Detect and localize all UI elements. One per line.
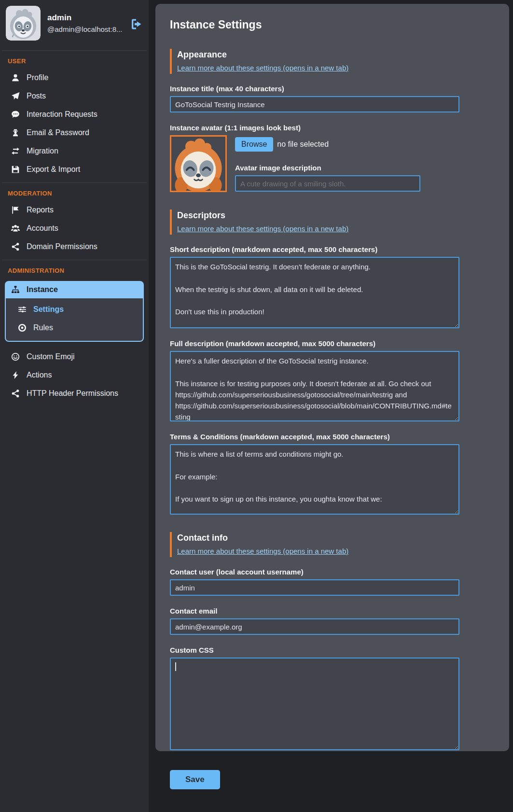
sidebar-item-reports[interactable]: Reports [0, 201, 149, 219]
user-avatar [6, 6, 41, 41]
comment-dots-icon [11, 110, 20, 119]
terms-field: Terms & Conditions (markdown accepted, m… [170, 433, 459, 515]
instance-title-label: Instance title (max 40 characters) [170, 84, 459, 93]
section-title: Contact info [177, 533, 495, 543]
sidebar-item-label: HTTP Header Permissions [27, 389, 118, 398]
sidebar-item-label: Domain Permissions [27, 242, 97, 251]
user-icon [11, 73, 20, 82]
section-title: Appearance [177, 50, 495, 60]
sidebar-item-label: Email & Password [27, 128, 89, 137]
smile-icon [11, 352, 20, 361]
sidebar-item-label: Rules [33, 323, 53, 332]
exchange-icon [11, 147, 20, 155]
circle-dot-icon [17, 323, 27, 332]
sidebar-item-settings[interactable]: Settings [6, 300, 143, 319]
short-description-label: Short description (markdown accepted, ma… [170, 245, 459, 253]
sidebar-item-label: Reports [27, 206, 54, 214]
full-description-field: Full description (markdown accepted, max… [170, 339, 459, 421]
sidebar-item-custom-emoji[interactable]: Custom Emoji [0, 348, 149, 366]
section-title: Descriptors [177, 210, 495, 221]
sidebar-item-label: Migration [27, 147, 58, 155]
full-description-textarea[interactable]: Here's a fuller description of the GoToS… [170, 351, 459, 421]
sidebar-item-label: Custom Emoji [27, 352, 75, 361]
sidebar-item-label: Instance [27, 285, 58, 294]
short-description-field: Short description (markdown accepted, ma… [170, 245, 459, 328]
sidebar-item-label: Accounts [27, 224, 58, 233]
section-label-moderation: MODERATION [0, 183, 149, 201]
sidebar-item-export-import[interactable]: Export & Import [0, 160, 149, 179]
sidebar-item-domain-permissions[interactable]: Domain Permissions [0, 238, 149, 256]
user-handle: @admin@localhost:8... [47, 24, 123, 35]
sidebar-item-profile[interactable]: Profile [0, 69, 149, 87]
learn-more-link[interactable]: Learn more about these settings (opens i… [177, 64, 348, 72]
floppy-disk-icon [11, 165, 20, 174]
sidebar: admin @admin@localhost:8... USER Profile… [0, 0, 149, 812]
browse-button[interactable]: Browse [235, 137, 273, 152]
instance-avatar-image [170, 135, 227, 192]
save-button[interactable]: Save [170, 770, 220, 789]
sliders-icon [17, 305, 27, 314]
sidebar-item-migration[interactable]: Migration [0, 142, 149, 160]
section-label-administration: ADMINISTRATION [0, 260, 149, 278]
bolt-icon [11, 371, 20, 379]
terms-label: Terms & Conditions (markdown accepted, m… [170, 433, 459, 441]
sidebar-item-label: Settings [33, 305, 64, 314]
section-appearance: Appearance Learn more about these settin… [170, 49, 495, 74]
instance-title-field: Instance title (max 40 characters) [170, 84, 459, 112]
custom-css-field: Custom CSS [170, 646, 459, 750]
share-nodes-icon [11, 242, 20, 251]
learn-more-link[interactable]: Learn more about these settings (opens i… [177, 547, 348, 555]
contact-user-label: Contact user (local account username) [170, 568, 459, 576]
instance-title-input[interactable] [170, 96, 459, 112]
sitemap-icon [11, 285, 20, 294]
contact-user-field: Contact user (local account username) [170, 568, 459, 596]
users-icon [11, 224, 20, 233]
instance-submenu: Settings Rules [5, 298, 144, 342]
user-name: admin [47, 12, 123, 24]
full-description-label: Full description (markdown accepted, max… [170, 339, 459, 348]
user-card[interactable]: admin @admin@localhost:8... [0, 4, 149, 46]
instance-avatar-field: Instance avatar (1:1 images look best) [170, 124, 459, 192]
user-secret-icon [11, 128, 20, 137]
section-descriptors: Descriptors Learn more about these setti… [170, 210, 495, 235]
contact-email-field: Contact email [170, 607, 459, 635]
contact-user-input[interactable] [170, 579, 459, 596]
sidebar-item-label: Interaction Requests [27, 110, 97, 119]
custom-css-label: Custom CSS [170, 646, 459, 654]
sidebar-item-label: Actions [27, 371, 52, 379]
paper-plane-icon [11, 92, 20, 100]
page-title: Instance Settings [170, 18, 495, 31]
sidebar-item-accounts[interactable]: Accounts [0, 219, 149, 238]
file-status-text: no file selected [277, 140, 329, 149]
sidebar-item-posts[interactable]: Posts [0, 87, 149, 105]
contact-email-input[interactable] [170, 618, 459, 635]
terms-textarea[interactable]: This is where a list of terms and condit… [170, 444, 459, 515]
sidebar-item-email-password[interactable]: Email & Password [0, 124, 149, 142]
short-description-textarea[interactable]: This is the GoToSocial testrig. It doesn… [170, 257, 459, 328]
sidebar-item-http-header-permissions[interactable]: HTTP Header Permissions [0, 384, 149, 403]
avatar-description-label: Avatar image description [235, 164, 420, 172]
instance-nav-group: Instance Settings Rules [5, 281, 144, 342]
flag-icon [11, 206, 20, 214]
contact-email-label: Contact email [170, 607, 459, 615]
learn-more-link[interactable]: Learn more about these settings (opens i… [177, 224, 348, 233]
sidebar-item-interaction-requests[interactable]: Interaction Requests [0, 105, 149, 124]
instance-settings-panel: Instance Settings Appearance Learn more … [155, 4, 509, 751]
sidebar-item-instance[interactable]: Instance [5, 281, 144, 298]
text-caret [175, 662, 176, 671]
sidebar-item-rules[interactable]: Rules [6, 319, 143, 337]
sidebar-item-label: Export & Import [27, 165, 80, 174]
section-label-user: USER [0, 51, 149, 69]
sidebar-item-actions[interactable]: Actions [0, 366, 149, 384]
section-contact-info: Contact info Learn more about these sett… [170, 532, 495, 557]
instance-avatar-label: Instance avatar (1:1 images look best) [170, 124, 459, 132]
custom-css-textarea[interactable] [170, 658, 459, 750]
sidebar-item-label: Posts [27, 92, 46, 100]
avatar-description-input[interactable] [235, 175, 420, 192]
sidebar-item-label: Profile [27, 73, 48, 82]
logout-icon[interactable] [130, 16, 142, 30]
share-nodes-icon [11, 389, 20, 398]
